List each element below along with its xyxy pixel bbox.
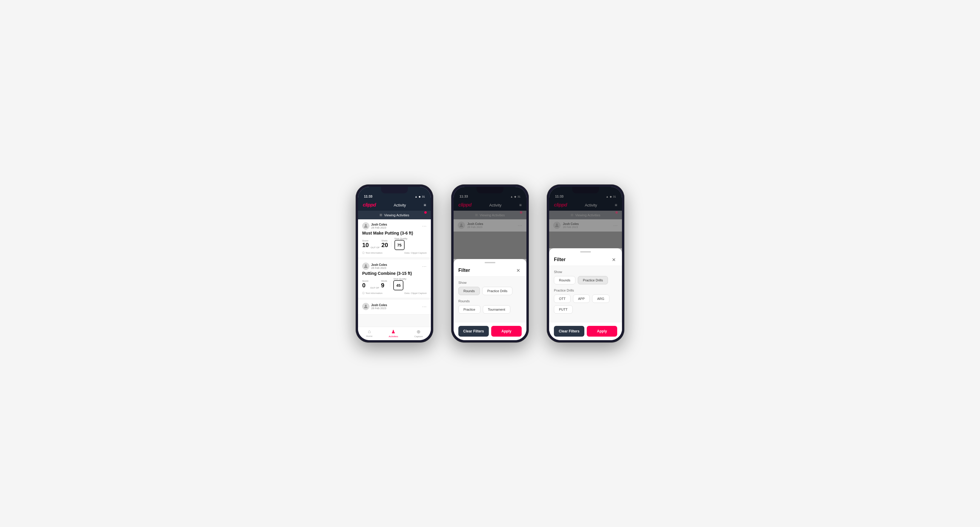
viewing-activities-bar[interactable]: ⊞ Viewing Activities xyxy=(358,211,431,219)
filter-sheet-3: Filter ✕ Show Rounds Practice Drills Pra… xyxy=(549,248,622,340)
status-icons: ▲ ◆ 31 xyxy=(415,195,425,198)
filter-practice-drills-btn-3[interactable]: Practice Drills xyxy=(578,276,608,284)
card-header-3: Josh Coles 28 Feb 2023 ··· xyxy=(362,303,427,310)
tab-home-label: Home xyxy=(366,335,372,338)
filter-tournament-btn[interactable]: Tournament xyxy=(483,305,510,314)
filter-ott-btn[interactable]: OTT xyxy=(554,295,571,303)
filter-footer-2: Clear Filters Apply xyxy=(453,322,527,340)
filter-overlay-2: Filter ✕ Show Rounds Practice Drills Rou… xyxy=(453,187,527,340)
show-options-3: Rounds Practice Drills xyxy=(554,276,617,284)
shot-quality-label-2: Shot Quality xyxy=(393,278,406,280)
wifi-icon: ◆ xyxy=(418,195,421,198)
card-stats-2: Score 0 OUT OF Shots 9 Shot Quality xyxy=(362,278,427,290)
tab-home[interactable]: ⌂ Home xyxy=(366,329,372,338)
card-user: Josh Coles 28 Feb 2023 xyxy=(362,222,387,230)
card-more-button-2[interactable]: ··· xyxy=(422,264,427,268)
user-avatar-2 xyxy=(362,263,369,270)
nav-bar: clippd Activity ≡ xyxy=(358,200,431,211)
filter-close-button-3[interactable]: ✕ xyxy=(610,256,617,263)
filter-practice-drills-btn[interactable]: Practice Drills xyxy=(482,287,512,295)
clear-filters-button-2[interactable]: Clear Filters xyxy=(458,326,489,337)
filter-close-button-2[interactable]: ✕ xyxy=(514,267,522,274)
nav-title: Activity xyxy=(393,203,406,207)
filter-sheet-2: Filter ✕ Show Rounds Practice Drills Rou… xyxy=(453,259,527,340)
filter-rounds-btn[interactable]: Rounds xyxy=(458,287,480,295)
signal-icon: ▲ xyxy=(415,195,417,198)
user-avatar-3 xyxy=(362,303,369,310)
screen-content: ⊞ Viewing Activities xyxy=(358,211,431,327)
shot-quality-badge: 75 xyxy=(395,240,405,250)
user-date-2: 28 Feb 2023 xyxy=(371,267,387,270)
filter-rounds-btn-3[interactable]: Rounds xyxy=(554,276,575,284)
shots-section-2: Shots 9 xyxy=(381,279,387,288)
tab-capture-label: Capture xyxy=(414,335,423,338)
status-time: 11:33 xyxy=(364,195,372,198)
hamburger-menu-button[interactable]: ≡ xyxy=(424,203,426,207)
svg-point-1 xyxy=(365,264,367,266)
info-icon: ⓘ xyxy=(362,251,364,254)
out-of-label: OUT OF xyxy=(371,246,380,250)
phone-3-screen: 11:33 ▲ ◆ 31 clippd Activity ≡ ⊞ Viewing… xyxy=(549,187,622,340)
activity-card-1: Josh Coles 28 Feb 2023 ··· Must Make Put… xyxy=(358,219,431,258)
viewing-activities-text: Viewing Activities xyxy=(384,213,409,217)
card-stats: Score 10 OUT OF Shots 20 Shot Quality xyxy=(362,237,427,250)
phone-3: 11:33 ▲ ◆ 31 clippd Activity ≡ ⊞ Viewing… xyxy=(547,184,624,343)
card-user-3: Josh Coles 28 Feb 2023 xyxy=(362,303,387,310)
user-date-3: 28 Feb 2023 xyxy=(371,307,387,310)
card-info-2: ⓘ Test Information xyxy=(362,292,382,295)
phones-container: 11:33 ▲ ◆ 31 clippd Activity ≡ ⊞ xyxy=(356,184,624,343)
activity-title: Must Make Putting (3-6 ft) xyxy=(362,231,427,235)
card-footer-2: ⓘ Test Information Data: Clippd Capture xyxy=(362,292,427,295)
phone-1: 11:33 ▲ ◆ 31 clippd Activity ≡ ⊞ xyxy=(356,184,433,343)
tab-activities[interactable]: ♟ Activities xyxy=(389,329,398,338)
user-info: Josh Coles 28 Feb 2023 xyxy=(371,223,387,229)
home-icon: ⌂ xyxy=(368,329,371,334)
score-section-2: Score 0 xyxy=(362,279,369,288)
info-icon-2: ⓘ xyxy=(362,292,364,295)
capture-icon: ⊕ xyxy=(417,329,420,335)
info-text: Test Information xyxy=(366,252,382,254)
shots-value-2: 9 xyxy=(381,282,387,288)
drills-section-label: Practice Drills xyxy=(554,289,617,292)
show-options-2: Rounds Practice Drills xyxy=(458,287,522,295)
card-more-button[interactable]: ··· xyxy=(422,224,427,228)
filter-icon: ⊞ xyxy=(380,213,382,217)
shot-quality-label: Shot Quality xyxy=(395,237,407,240)
filter-app-btn[interactable]: APP xyxy=(573,295,590,303)
filter-practice-round-btn[interactable]: Practice xyxy=(458,305,480,314)
apply-button-3[interactable]: Apply xyxy=(587,326,617,337)
filter-header-3: Filter ✕ xyxy=(549,252,622,266)
activity-card-3: Josh Coles 28 Feb 2023 ··· xyxy=(358,300,431,314)
svg-point-2 xyxy=(365,305,367,306)
filter-putt-btn[interactable]: PUTT xyxy=(554,305,573,314)
filter-footer-3: Clear Filters Apply xyxy=(549,322,622,340)
apply-button-2[interactable]: Apply xyxy=(491,326,522,337)
user-date: 28 Feb 2023 xyxy=(371,226,387,229)
filter-body-3: Show Rounds Practice Drills Practice Dri… xyxy=(549,266,622,322)
card-data-source-2: Data: Clippd Capture xyxy=(404,292,427,295)
filter-active-indicator xyxy=(424,211,427,214)
tab-capture[interactable]: ⊕ Capture xyxy=(414,329,423,338)
filter-arg-btn[interactable]: ARG xyxy=(592,295,609,303)
filter-backdrop-2[interactable] xyxy=(453,187,527,259)
user-info-2: Josh Coles 28 Feb 2023 xyxy=(371,263,387,270)
tab-bar: ⌂ Home ♟ Activities ⊕ Capture xyxy=(358,327,431,340)
filter-backdrop-3[interactable] xyxy=(549,187,622,248)
show-section-label-2: Show xyxy=(458,281,522,284)
card-footer: ⓘ Test Information Data: Clippd Capture xyxy=(362,251,427,254)
card-more-button-3[interactable]: ··· xyxy=(422,304,427,309)
shot-quality-section-2: Shot Quality 45 xyxy=(393,278,406,290)
shot-quality-badge-2: 45 xyxy=(393,280,403,290)
phone-2-screen: 11:33 ▲ ◆ 31 clippd Activity ≡ ⊞ Viewing… xyxy=(453,187,527,340)
notch xyxy=(381,187,408,194)
filter-body-2: Show Rounds Practice Drills Rounds Pract… xyxy=(453,277,527,322)
user-avatar xyxy=(362,222,369,230)
user-name-3: Josh Coles xyxy=(371,303,387,307)
filter-title-2: Filter xyxy=(458,268,470,273)
activity-card-2: Josh Coles 28 Feb 2023 ··· Putting Combi… xyxy=(358,260,431,298)
activity-list: Josh Coles 28 Feb 2023 ··· Must Make Put… xyxy=(358,219,431,327)
filter-overlay-3: Filter ✕ Show Rounds Practice Drills Pra… xyxy=(549,187,622,340)
clear-filters-button-3[interactable]: Clear Filters xyxy=(554,326,584,337)
user-name-2: Josh Coles xyxy=(371,263,387,267)
info-text-2: Test Information xyxy=(366,292,382,295)
